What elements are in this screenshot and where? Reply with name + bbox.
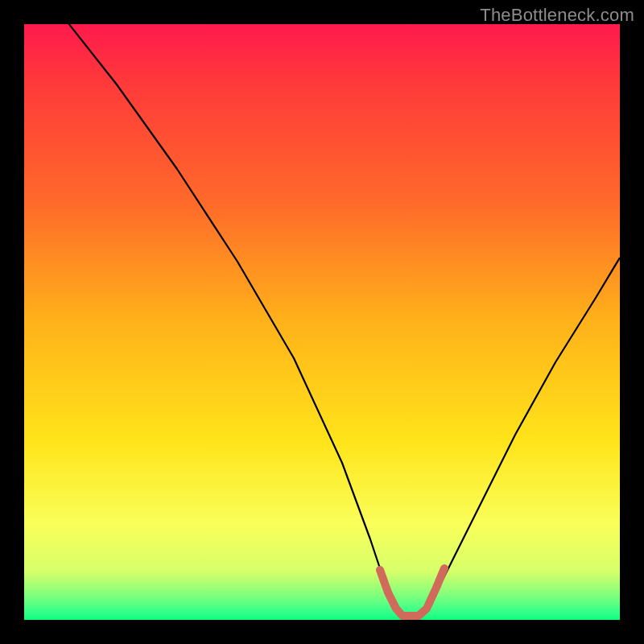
bottleneck-curve (24, 24, 620, 620)
curve-path (56, 24, 620, 616)
watermark-text: TheBottleneck.com (480, 5, 634, 26)
plot-area (24, 24, 620, 620)
highlight-segment (380, 568, 444, 616)
chart-frame: TheBottleneck.com (0, 0, 644, 644)
